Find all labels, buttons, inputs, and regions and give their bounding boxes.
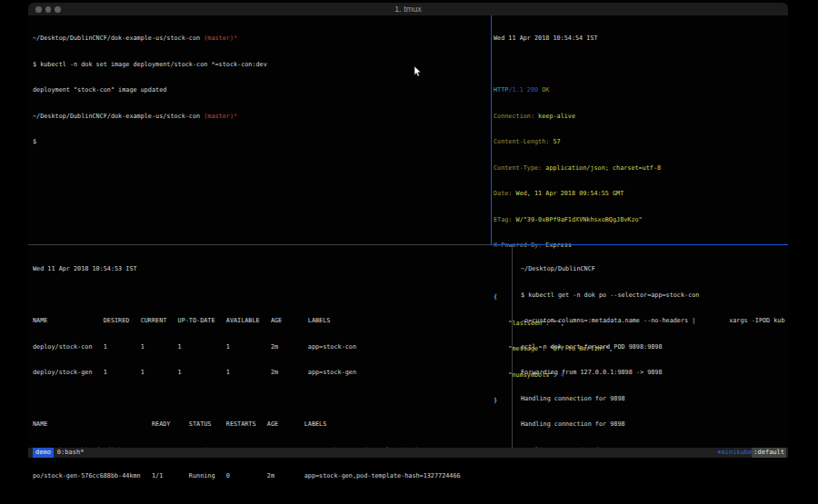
git-branch: (master) [200,113,234,120]
deployments-table-row: deploy/stock-con 1 1 1 1 2m app=stock-co… [33,343,508,352]
http-header: ETag: W/"39-0xBPf9aF1dXVNkhsxoBQgJ8vKzo" [494,216,784,225]
header-value: application/json; charset=utf-8 [542,164,661,172]
terminal-window: 1. tmux ~/Desktop/DublinCNCF/dok-example… [28,3,788,458]
git-branch: (master) [200,35,234,42]
header-name: Date: [494,190,512,197]
http-header: Date: Wed, 11 Apr 2018 09:54:55 GMT [494,190,784,199]
kube-context-label: minikube [722,448,753,458]
git-dirty-flag: * [234,113,237,120]
deployments-table-row: deploy/stock-gen 1 1 1 1 2m app=stock-ge… [33,369,508,378]
header-value: 57 [549,138,560,145]
status-right: ⎈ minikube :default [717,448,786,458]
command-line: $ kubectl get -n dok po --selector=app=s… [521,292,784,301]
http-header: Content-Type: application/json; charset=… [494,164,784,173]
pane-border-vertical-top [491,15,492,244]
handling-output: Handling connection for 9898 [521,395,784,404]
zoom-button[interactable] [55,6,61,13]
session-name-badge: demo [33,448,54,458]
header-value: W/"39-0xBPf9aF1dXVNkhsxoBQgJ8vKzo" [512,216,642,223]
pane-top-left[interactable]: ~/Desktop/DublinCNCF/dok-example-us/stoc… [33,17,487,242]
blank-line [494,61,784,70]
command-output: deployment "stock-con" image updated [33,86,487,95]
pane-border-horizontal-left [28,244,491,245]
status-left: demo 0:bash* [33,448,84,458]
timestamp: Wed 11 Apr 2018 10:54:53 IST [33,265,508,274]
command-line-wrap: ectl -n dok port-forward POD 9898:9898 [521,343,784,352]
http-version-status: /1.1 200 [508,86,538,94]
pods-table-row: po/stock-gen-576cc688bb-44kmn 1/1 Runnin… [33,472,508,481]
prompt-symbol: $ [33,138,487,147]
header-value: keep-alive [534,113,575,120]
header-name: Connection: [494,113,534,120]
pane-top-right[interactable]: Wed 11 Apr 2018 10:54:54 IST HTTP/1.1 20… [494,17,784,242]
prompt-path: ~/Desktop/DublinCNCF/dok-example-us/stoc… [33,35,200,42]
mouse-pointer-icon [414,66,422,77]
forwarding-output: Forwarding from 127.0.0.1:9898 -> 9898 [521,369,784,378]
prompt-path: ~/Desktop/DublinCNCF/dok-example-us/stoc… [33,113,200,120]
blank-line [33,395,508,404]
handling-output: Handling connection for 9898 [521,420,784,430]
pods-table-header: NAME READY STATUS RESTARTS AGE LABELS [33,420,508,430]
header-value: Wed, 11 Apr 2018 09:54:55 GMT [512,190,623,197]
pane-border-horizontal-right [491,244,788,245]
pane-bottom-right[interactable]: ~/Desktop/DublinCNCF $ kubectl get -n do… [521,248,784,446]
command-line-wrap: -o=custom-columns=:metadata.name --no-he… [521,317,784,326]
http-status-text: OK [538,86,549,94]
blank-line [33,292,508,301]
header-name: Content-Length: [494,138,549,145]
http-header: Content-Length: 57 [494,138,784,147]
git-dirty-flag: * [234,35,237,42]
pane-border-vertical-bottom [512,245,513,448]
title-bar[interactable]: 1. tmux [28,3,788,15]
tmux-status-bar: demo 0:bash* ⎈ minikube :default [28,448,788,458]
traffic-lights [35,6,61,13]
header-name: Content-Type: [494,164,542,172]
tmux-window-label[interactable]: 0:bash* [57,448,85,458]
timestamp: Wed 11 Apr 2018 10:54:54 IST [494,35,784,44]
http-header: Connection: keep-alive [494,113,784,122]
deployments-table-header: NAME DESIRED CURRENT UP-TO-DATE AVAILABL… [33,317,508,326]
blank-line [33,499,508,504]
prompt-line: ~/Desktop/DublinCNCF/dok-example-us/stoc… [33,113,487,122]
header-name: ETag: [494,216,512,223]
http-status-line: HTTP/1.1 200 OK [494,86,784,95]
kube-namespace-label: :default [752,448,786,458]
prompt-line: ~/Desktop/DublinCNCF/dok-example-us/stoc… [33,35,487,44]
http-protocol: HTTP [494,86,508,94]
minimize-button[interactable] [45,6,52,13]
close-button[interactable] [35,6,42,13]
window-title: 1. tmux [28,3,788,15]
pane-bottom-left[interactable]: Wed 11 Apr 2018 10:54:53 IST NAME DESIRE… [33,248,508,446]
prompt-path: ~/Desktop/DublinCNCF [521,265,784,274]
